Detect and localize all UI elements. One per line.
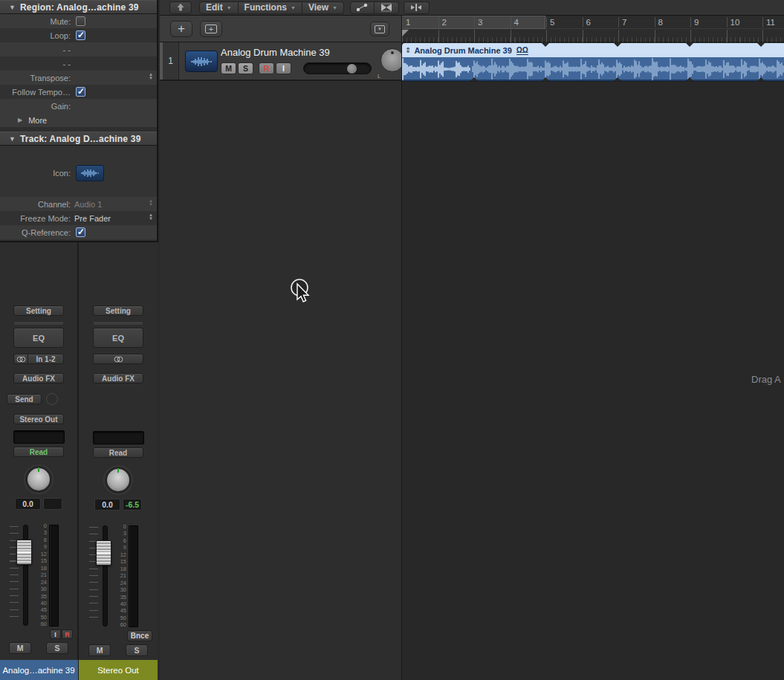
- ruler-bar-number[interactable]: 9: [690, 17, 699, 27]
- add-track-button[interactable]: +: [170, 21, 192, 37]
- pan-knob[interactable]: [25, 466, 52, 493]
- freeze-mode-value[interactable]: Pre Fader: [74, 214, 111, 223]
- channel-strip-area: Setting EQ In 1-2 Audio FX Send Stereo O…: [0, 241, 158, 680]
- fader-scale-number: 21: [120, 573, 126, 579]
- audio-fx-slot-button[interactable]: Audio FX: [93, 373, 143, 383]
- track-inspector-header[interactable]: ▼ Track: Analog D…achine 39: [0, 132, 157, 146]
- track-name[interactable]: Analog Drum Machine 39: [221, 47, 330, 58]
- pan-value[interactable]: 0.0: [94, 499, 120, 511]
- disclosure-triangle-icon: ▼: [9, 4, 16, 11]
- transpose-stepper[interactable]: ▲▼: [149, 73, 153, 80]
- automation-button[interactable]: [350, 1, 375, 14]
- ruler-bar-number[interactable]: 7: [618, 17, 626, 27]
- mute-button[interactable]: M: [88, 644, 111, 656]
- gain-plugin-slot[interactable]: [93, 321, 143, 326]
- audio-region[interactable]: ⇕ Analog Drum Machine 39 ΩΩ: [402, 43, 784, 81]
- ruler-bar-numbers[interactable]: 1234567891011: [402, 16, 784, 29]
- eq-slot-button[interactable]: EQ: [13, 328, 64, 348]
- up-arrow-icon: [176, 2, 185, 13]
- setting-button[interactable]: Setting: [13, 305, 64, 316]
- ruler-bar-number[interactable]: 8: [655, 17, 663, 27]
- input-format-button[interactable]: [93, 354, 143, 364]
- ruler-tick-strip[interactable]: [402, 30, 784, 42]
- q-reference-checkbox[interactable]: [76, 227, 85, 237]
- region-more-disclosure[interactable]: ▶ More: [0, 113, 157, 127]
- ruler-bar-number[interactable]: 11: [762, 17, 775, 27]
- ruler-bar-number[interactable]: 10: [727, 17, 740, 27]
- catch-playhead-button[interactable]: [404, 1, 430, 14]
- bounce-button[interactable]: Bnce: [127, 630, 152, 641]
- automation-mode-button[interactable]: Read: [93, 447, 143, 458]
- automation-mode-button[interactable]: Read: [13, 447, 64, 457]
- record-enable-button[interactable]: R: [62, 629, 73, 639]
- audio-fx-slot-button[interactable]: Audio FX: [13, 373, 64, 383]
- flex-button[interactable]: [375, 1, 399, 14]
- output-button[interactable]: Stereo Out: [13, 414, 64, 424]
- track-mute-button[interactable]: M: [221, 62, 236, 74]
- track-icon[interactable]: [185, 51, 218, 72]
- ruler-bar-number[interactable]: 5: [546, 17, 554, 27]
- track-volume-slider[interactable]: [303, 62, 372, 74]
- setting-button[interactable]: Setting: [93, 305, 143, 316]
- ruler-bar-number[interactable]: 1: [402, 17, 410, 27]
- volume-slider-thumb[interactable]: [347, 64, 357, 74]
- fader-scale-number: 60: [41, 621, 47, 627]
- mute-checkbox[interactable]: [76, 16, 85, 26]
- duplicate-track-button[interactable]: +: [200, 21, 222, 37]
- dash-value: - -: [0, 45, 74, 54]
- fader-scale-number: 12: [41, 551, 47, 557]
- loop-checkbox[interactable]: [76, 30, 85, 40]
- group-display[interactable]: [13, 430, 65, 444]
- channel-value[interactable]: Audio 1: [74, 200, 102, 209]
- track-number[interactable]: 1: [163, 42, 179, 80]
- region-inspector-header[interactable]: ▼ Region: Analog…achine 39: [0, 0, 157, 14]
- pan-value[interactable]: 0.0: [15, 498, 41, 510]
- waveform-svg: [402, 57, 784, 81]
- group-display[interactable]: [93, 431, 144, 444]
- gain-plugin-slot[interactable]: [13, 321, 64, 326]
- fader-scale-number: 35: [41, 594, 47, 600]
- ruler-bar-number[interactable]: 2: [438, 17, 447, 27]
- spacer: [0, 190, 157, 197]
- fader-scale-number: 18: [41, 566, 47, 571]
- track-solo-button[interactable]: S: [238, 62, 253, 74]
- eq-slot-button[interactable]: EQ: [93, 328, 143, 348]
- solo-button[interactable]: S: [46, 642, 68, 654]
- track-options-dropdown[interactable]: ▼: [370, 22, 389, 36]
- volume-value[interactable]: [43, 498, 62, 510]
- view-menu[interactable]: View ▼: [302, 1, 344, 14]
- ruler-bar-number[interactable]: 6: [583, 17, 591, 27]
- track-header[interactable]: 1 Analog Drum Machine 39 M S R I L R: [160, 42, 401, 81]
- track-record-button[interactable]: R: [259, 62, 274, 74]
- channel-stepper[interactable]: ▲▼: [149, 199, 153, 207]
- track-icon-waveform[interactable]: [76, 165, 104, 181]
- input-select-button[interactable]: In 1-2: [27, 354, 64, 364]
- input-format-button[interactable]: [13, 354, 27, 364]
- region-header[interactable]: ⇕ Analog Drum Machine 39 ΩΩ: [402, 43, 784, 57]
- mute-button[interactable]: M: [9, 642, 31, 654]
- bar-ruler[interactable]: 1234567891011: [401, 16, 784, 42]
- functions-menu[interactable]: Functions ▼: [239, 1, 302, 14]
- solo-button[interactable]: S: [126, 644, 148, 656]
- edit-menu[interactable]: Edit ▼: [199, 1, 239, 14]
- fader-scale: 03691215182124303540455060: [32, 523, 47, 627]
- tracks-area[interactable]: ⇕ Analog Drum Machine 39 ΩΩ Drag A: [401, 42, 784, 680]
- strip-name-track[interactable]: Analog…achine 39: [0, 660, 78, 680]
- back-button[interactable]: [169, 1, 192, 14]
- volume-fader-handle[interactable]: [96, 540, 111, 566]
- input-monitor-button[interactable]: I: [50, 629, 61, 639]
- volume-value[interactable]: -6.5: [123, 499, 142, 511]
- volume-fader-handle[interactable]: [16, 540, 32, 565]
- pan-knob[interactable]: [105, 467, 132, 493]
- send-level-knob[interactable]: [46, 393, 58, 405]
- playhead-marker[interactable]: [402, 30, 409, 36]
- loop-notch: [614, 43, 621, 47]
- tracks-toolbar: Edit ▼ Functions ▼ View ▼: [160, 0, 784, 16]
- freeze-mode-stepper[interactable]: ▲▼: [149, 213, 153, 221]
- strip-name-output[interactable]: Stereo Out: [79, 660, 158, 680]
- follow-tempo-checkbox[interactable]: [76, 87, 85, 97]
- ruler-bar-number[interactable]: 4: [511, 17, 519, 27]
- ruler-bar-number[interactable]: 3: [474, 17, 482, 27]
- track-input-monitor-button[interactable]: I: [276, 62, 291, 74]
- send-button[interactable]: Send: [7, 394, 42, 404]
